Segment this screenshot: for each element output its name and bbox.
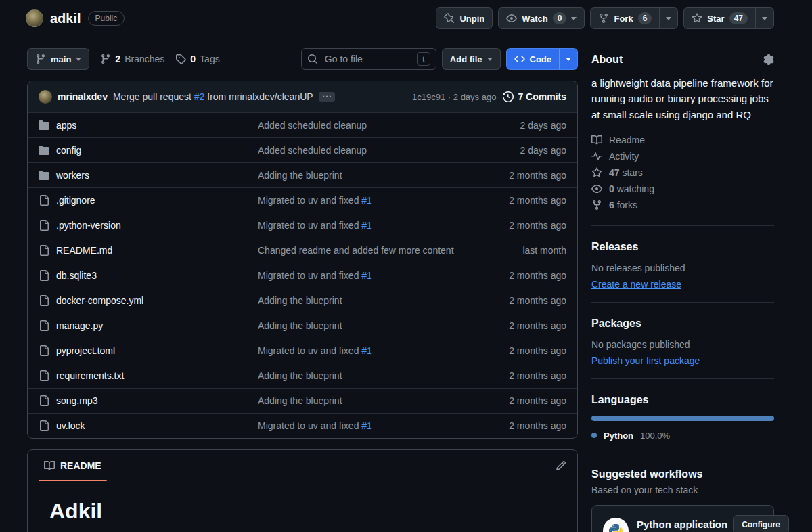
pin-icon: [444, 13, 455, 24]
tab-readme[interactable]: README: [39, 450, 107, 481]
file-row[interactable]: .python-version Migrated to uv and fixed…: [28, 213, 577, 238]
file-icon: [39, 220, 49, 231]
commit-author-avatar[interactable]: [39, 90, 52, 104]
chevron-down-icon: [487, 58, 493, 61]
file-name[interactable]: .gitignore: [56, 195, 95, 206]
file-commit-message[interactable]: Changed readme and added few more conten…: [258, 245, 475, 256]
file-row[interactable]: .gitignore Migrated to uv and fixed #1 2…: [28, 187, 577, 213]
header-actions: Unpin Watch 0 Fork 6 Star: [436, 7, 774, 29]
file-commit-message[interactable]: Migrated to uv and fixed #1: [258, 270, 475, 281]
branches-count: 2: [115, 53, 120, 64]
branches-label: Branches: [125, 53, 164, 64]
fork-label: Fork: [614, 14, 633, 24]
ellipsis-icon: [323, 93, 331, 101]
issue-link[interactable]: #1: [361, 270, 372, 281]
branches-link[interactable]: 2 Branches: [100, 53, 164, 64]
watch-button[interactable]: Watch 0: [498, 7, 585, 29]
repo-header: adkil Public Unpin Watch 0 Fork 6: [0, 0, 812, 37]
pr-link[interactable]: #2: [194, 91, 205, 102]
publish-package-link[interactable]: Publish your first package: [591, 355, 700, 366]
activity-meta-link[interactable]: Activity: [591, 148, 774, 164]
fork-dropdown[interactable]: [659, 8, 677, 28]
file-name[interactable]: config: [56, 145, 81, 156]
commit-author[interactable]: mrinalxdev: [58, 91, 108, 102]
forks-meta-link[interactable]: 6 forks: [591, 197, 774, 213]
file-name[interactable]: uv.lock: [56, 420, 85, 431]
issue-link[interactable]: #1: [361, 345, 372, 356]
file-row[interactable]: README.md Changed readme and added few m…: [28, 238, 577, 263]
file-row[interactable]: apps Added scheduled cleanup 2 days ago: [28, 112, 577, 137]
star-dropdown[interactable]: [755, 8, 773, 28]
file-name[interactable]: .python-version: [56, 220, 121, 231]
issue-link[interactable]: #1: [361, 220, 372, 231]
file-commit-message[interactable]: Migrated to uv and fixed #1: [258, 420, 475, 431]
file-name[interactable]: README.md: [56, 245, 112, 256]
repo-name[interactable]: adkil: [50, 11, 81, 26]
file-row[interactable]: uv.lock Migrated to uv and fixed #1 2 mo…: [28, 413, 577, 438]
file-commit-message[interactable]: Adding the blueprint: [258, 295, 475, 306]
file-row[interactable]: db.sqlite3 Migrated to uv and fixed #1 2…: [28, 263, 577, 288]
file-name[interactable]: docker-compose.yml: [56, 295, 143, 306]
code-label: Code: [530, 54, 552, 64]
file-commit-message[interactable]: Adding the blueprint: [258, 395, 475, 406]
file-row[interactable]: manage.py Adding the blueprint 2 months …: [28, 313, 577, 338]
file-commit-date: 2 months ago: [475, 345, 566, 356]
stars-meta-link[interactable]: 47 stars: [591, 164, 774, 181]
file-row[interactable]: workers Adding the blueprint 2 months ag…: [28, 162, 577, 187]
file-name[interactable]: pyproject.toml: [56, 345, 115, 356]
file-commit-message[interactable]: Migrated to uv and fixed #1: [258, 220, 475, 231]
go-to-file-search[interactable]: t: [301, 48, 436, 70]
star-button[interactable]: Star 47: [684, 8, 755, 28]
file-row[interactable]: docker-compose.yml Adding the blueprint …: [28, 288, 577, 313]
commit-message-expander-button[interactable]: [319, 92, 335, 102]
commit-hash-time[interactable]: 1c19c91 · 2 days ago: [412, 92, 496, 102]
create-release-link[interactable]: Create a new release: [591, 279, 681, 290]
configure-button[interactable]: Configure: [733, 515, 789, 532]
repo-owner-avatar[interactable]: [26, 9, 43, 27]
file-commit-message[interactable]: Adding the blueprint: [258, 320, 475, 331]
issue-link[interactable]: #1: [361, 420, 372, 431]
activity-pulse-icon: [591, 151, 602, 162]
code-dropdown[interactable]: [559, 49, 577, 69]
about-settings-button[interactable]: [763, 54, 774, 65]
edit-readme-button[interactable]: [556, 460, 566, 471]
file-commit-message[interactable]: Migrated to uv and fixed #1: [258, 195, 475, 206]
fork-button[interactable]: Fork 6: [591, 8, 659, 28]
file-commit-message[interactable]: Added scheduled cleanup: [258, 120, 475, 131]
commit-history-link[interactable]: 7 Commits: [503, 91, 566, 102]
language-bar[interactable]: [591, 416, 774, 421]
file-name[interactable]: db.sqlite3: [56, 270, 97, 281]
file-commit-message[interactable]: Migrated to uv and fixed #1: [258, 345, 475, 356]
commit-message[interactable]: Merge pull request #2 from mrinalxdev/cl…: [113, 91, 313, 102]
file-commit-message[interactable]: Added scheduled cleanup: [258, 145, 475, 156]
file-row[interactable]: requirements.txt Adding the blueprint 2 …: [28, 363, 577, 388]
watching-meta-link[interactable]: 0 watching: [591, 181, 774, 197]
file-row[interactable]: song.mp3 Adding the blueprint 2 months a…: [28, 388, 577, 413]
eye-icon: [506, 13, 517, 24]
file-name[interactable]: song.mp3: [56, 395, 97, 406]
file-row[interactable]: config Added scheduled cleanup 2 days ag…: [28, 137, 577, 162]
file-icon: [39, 395, 49, 406]
language-item[interactable]: Python 100.0%: [591, 430, 774, 441]
chevron-down-icon: [76, 58, 81, 61]
packages-section: Packages No packages published Publish y…: [591, 313, 774, 379]
file-row[interactable]: pyproject.toml Migrated to uv and fixed …: [28, 338, 577, 363]
code-icon: [514, 53, 525, 64]
main-column: main 2 Branches 0 Tags t: [27, 48, 578, 532]
file-name[interactable]: apps: [56, 120, 76, 131]
git-branch-icon: [100, 53, 111, 64]
workflows-title: Suggested workflows: [591, 468, 774, 481]
branch-selector[interactable]: main: [27, 48, 89, 70]
file-commit-message[interactable]: Adding the blueprint: [258, 170, 475, 181]
file-name[interactable]: requirements.txt: [56, 370, 124, 381]
file-name[interactable]: workers: [56, 170, 89, 181]
code-button[interactable]: Code: [507, 49, 560, 69]
readme-meta-link[interactable]: Readme: [591, 132, 774, 148]
file-name[interactable]: manage.py: [56, 320, 103, 331]
tags-link[interactable]: 0 Tags: [175, 53, 219, 64]
add-file-button[interactable]: Add file: [442, 48, 501, 70]
go-to-file-input[interactable]: [323, 53, 411, 65]
issue-link[interactable]: #1: [361, 195, 372, 206]
unpin-button[interactable]: Unpin: [436, 7, 493, 29]
file-commit-message[interactable]: Adding the blueprint: [258, 370, 475, 381]
